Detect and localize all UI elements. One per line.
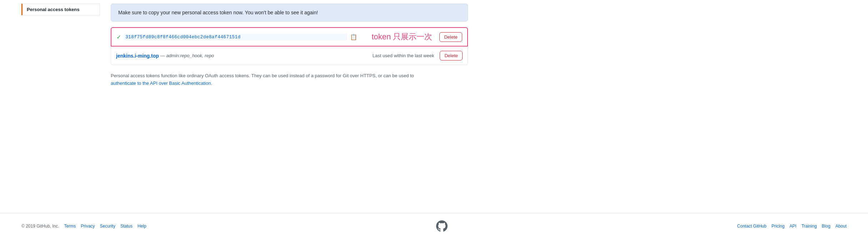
footer-left: © 2019 GitHub, Inc. Terms Privacy Securi… — [21, 224, 146, 229]
description-text: Personal access tokens function like ord… — [111, 72, 432, 87]
alert-box: Make sure to copy your new personal acce… — [111, 4, 468, 21]
page-wrapper: Personal access tokens Make sure to copy… — [0, 0, 868, 239]
footer-copyright: © 2019 GitHub, Inc. — [21, 224, 59, 229]
terms-link[interactable]: Terms — [64, 224, 76, 229]
alert-message: Make sure to copy your new personal acce… — [118, 10, 318, 15]
footer: © 2019 GitHub, Inc. Terms Privacy Securi… — [0, 213, 868, 239]
sidebar-item-label: Personal access tokens — [27, 7, 79, 12]
token-label: token 只展示一次 — [371, 31, 432, 42]
privacy-link[interactable]: Privacy — [81, 224, 95, 229]
jenkins-link[interactable]: jenkins.i-ming.top — [116, 53, 159, 59]
status-link[interactable]: Status — [120, 224, 133, 229]
footer-center — [146, 220, 737, 232]
token-delete-button[interactable]: Delete — [439, 32, 462, 42]
main-content: Personal access tokens Make sure to copy… — [0, 0, 868, 204]
token-right: token 只展示一次 Delete — [357, 31, 462, 42]
help-link[interactable]: Help — [138, 224, 146, 229]
content-area: Make sure to copy your new personal acce… — [111, 4, 468, 204]
check-icon: ✓ — [116, 34, 121, 40]
pricing-link[interactable]: Pricing — [772, 224, 785, 229]
api-link[interactable]: API — [789, 224, 796, 229]
token-section: ✓ 318f75fd89c8f8f466cd004ebc2de8af446715… — [111, 27, 468, 65]
jenkins-meta: — admin:repo_hook, repo — [160, 53, 214, 58]
about-link[interactable]: About — [835, 224, 847, 229]
description-before: Personal access tokens function like ord… — [111, 73, 414, 78]
token-row: ✓ 318f75fd89c8f8f466cd004ebc2de8af446715… — [111, 27, 468, 47]
security-link[interactable]: Security — [100, 224, 115, 229]
description-api-link[interactable]: authenticate to the API over Basic Authe… — [111, 81, 211, 86]
contact-github-link[interactable]: Contact GitHub — [737, 224, 767, 229]
jenkins-last-used: Last used within the last week — [373, 53, 434, 58]
jenkins-row: jenkins.i-ming.top — admin:repo_hook, re… — [111, 47, 468, 65]
jenkins-delete-button[interactable]: Delete — [440, 51, 463, 60]
footer-right: Contact GitHub Pricing API Training Blog… — [737, 224, 847, 229]
blog-link[interactable]: Blog — [822, 224, 830, 229]
sidebar: Personal access tokens — [21, 4, 100, 204]
sidebar-item-personal-access-tokens[interactable]: Personal access tokens — [21, 4, 100, 15]
github-logo-icon — [436, 220, 448, 232]
token-value[interactable]: 318f75fd89c8f8f466cd004ebc2de8af4467151d — [124, 34, 347, 40]
training-link[interactable]: Training — [802, 224, 817, 229]
copy-icon[interactable]: 📋 — [350, 34, 357, 40]
description-after: . — [211, 81, 212, 86]
